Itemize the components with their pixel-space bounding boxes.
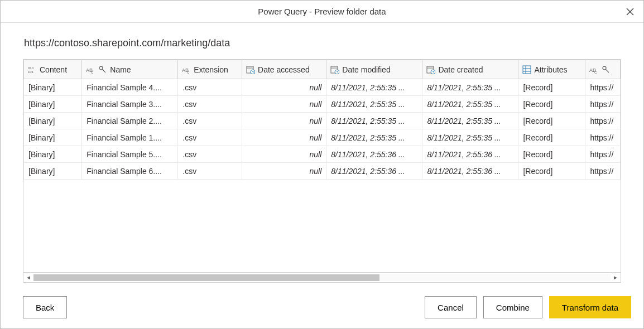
datetime-type-icon — [426, 65, 436, 75]
dialog-window: Power Query - Preview folder data https:… — [0, 0, 644, 329]
scrollbar-thumb[interactable] — [33, 274, 379, 281]
transform-data-button[interactable]: Transform data — [549, 296, 631, 318]
cell-date-accessed: null — [242, 163, 326, 180]
data-grid: 010101 Content ABC — [23, 59, 621, 283]
column-header-folder-path[interactable]: ABC — [585, 60, 621, 79]
svg-text:010: 010 — [28, 66, 34, 70]
column-header-attributes[interactable]: Attributes — [518, 60, 585, 79]
table-row[interactable]: [Binary]Financial Sample 3.....csvnull8/… — [24, 96, 621, 113]
cell-attributes[interactable]: [Record] — [518, 146, 585, 163]
cell-attributes[interactable]: [Record] — [518, 96, 585, 113]
svg-text:C: C — [594, 71, 597, 74]
key-icon — [98, 65, 108, 75]
cell-attributes[interactable]: [Record] — [518, 129, 585, 146]
text-type-icon: ABC — [85, 65, 95, 75]
cell-content[interactable]: [Binary] — [24, 113, 82, 129]
table-row[interactable]: [Binary]Financial Sample 4.....csvnull8/… — [24, 79, 621, 96]
cell-name: Financial Sample 2.... — [82, 113, 178, 129]
cell-date-created: 8/11/2021, 2:55:35 ... — [422, 96, 518, 113]
cell-content[interactable]: [Binary] — [24, 146, 82, 163]
cell-date-created: 8/11/2021, 2:55:35 ... — [422, 79, 518, 96]
svg-line-32 — [605, 69, 609, 72]
svg-text:101: 101 — [28, 70, 34, 74]
column-header-date-created[interactable]: Date created — [422, 60, 518, 79]
scrollbar-track[interactable] — [33, 274, 611, 281]
datetime-type-icon — [246, 65, 256, 75]
cell-date-created: 8/11/2021, 2:55:36 ... — [422, 146, 518, 163]
cell-extension: .csv — [178, 79, 242, 96]
cell-folder-path: https:// — [585, 129, 621, 146]
cell-date-modified: 8/11/2021, 2:55:35 ... — [326, 96, 422, 113]
binary-type-icon: 010101 — [27, 65, 37, 75]
cell-attributes[interactable]: [Record] — [518, 113, 585, 129]
cell-content[interactable]: [Binary] — [24, 129, 82, 146]
cell-folder-path: https:// — [585, 163, 621, 180]
folder-path: https://contoso.sharepoint.com/marketing… — [24, 37, 621, 49]
cell-extension: .csv — [178, 163, 242, 180]
column-header-label: Content — [40, 65, 67, 74]
table-row[interactable]: [Binary]Financial Sample 2.....csvnull8/… — [24, 113, 621, 129]
cell-date-created: 8/11/2021, 2:55:35 ... — [422, 113, 518, 129]
column-header-date-modified[interactable]: Date modified — [326, 60, 422, 79]
close-icon[interactable] — [623, 5, 637, 18]
header-row: 010101 Content ABC — [24, 60, 621, 79]
column-header-label: Date modified — [342, 65, 390, 74]
button-bar: Back Cancel Combine Transform data — [1, 288, 643, 328]
cell-date-modified: 8/11/2021, 2:55:35 ... — [326, 79, 422, 96]
text-type-icon: ABC — [589, 65, 599, 75]
cancel-button[interactable]: Cancel — [425, 296, 477, 318]
cell-date-created: 8/11/2021, 2:55:35 ... — [422, 129, 518, 146]
cell-date-accessed: null — [242, 79, 326, 96]
column-header-date-accessed[interactable]: Date accessed — [242, 60, 326, 79]
column-header-label: Attributes — [534, 65, 567, 74]
cell-date-created: 8/11/2021, 2:55:36 ... — [422, 163, 518, 180]
horizontal-scrollbar[interactable]: ◄ ► — [23, 272, 621, 282]
svg-text:C: C — [187, 71, 190, 74]
column-header-label: Name — [110, 65, 131, 74]
scroll-left-icon[interactable]: ◄ — [23, 273, 33, 283]
column-header-label: Date created — [438, 65, 483, 74]
cell-folder-path: https:// — [585, 96, 621, 113]
cell-extension: .csv — [178, 96, 242, 113]
svg-line-7 — [102, 69, 105, 72]
cell-name: Financial Sample 4.... — [82, 79, 178, 96]
back-button[interactable]: Back — [23, 296, 67, 318]
cell-name: Financial Sample 1.... — [82, 129, 178, 146]
titlebar: Power Query - Preview folder data — [1, 1, 643, 23]
combine-button[interactable]: Combine — [483, 296, 542, 318]
cell-name: Financial Sample 3.... — [82, 96, 178, 113]
cell-attributes[interactable]: [Record] — [518, 163, 585, 180]
cell-extension: .csv — [178, 129, 242, 146]
cell-content[interactable]: [Binary] — [24, 79, 82, 96]
column-header-label: Date accessed — [258, 65, 310, 74]
cell-date-modified: 8/11/2021, 2:55:35 ... — [326, 129, 422, 146]
text-type-icon: ABC — [181, 65, 191, 75]
cell-date-accessed: null — [242, 129, 326, 146]
cell-content[interactable]: [Binary] — [24, 163, 82, 180]
cell-name: Financial Sample 5.... — [82, 146, 178, 163]
cell-content[interactable]: [Binary] — [24, 96, 82, 113]
cell-folder-path: https:// — [585, 146, 621, 163]
table-row[interactable]: [Binary]Financial Sample 5.....csvnull8/… — [24, 146, 621, 163]
column-header-label: Extension — [194, 65, 228, 74]
window-title: Power Query - Preview folder data — [258, 7, 386, 16]
cell-attributes[interactable]: [Record] — [518, 79, 585, 96]
cell-name: Financial Sample 6.... — [82, 163, 178, 180]
cell-date-modified: 8/11/2021, 2:55:36 ... — [326, 146, 422, 163]
record-type-icon — [522, 65, 532, 75]
datetime-type-icon — [330, 65, 340, 75]
table-row[interactable]: [Binary]Financial Sample 1.....csvnull8/… — [24, 129, 621, 146]
column-header-content[interactable]: 010101 Content — [24, 60, 82, 79]
cell-folder-path: https:// — [585, 79, 621, 96]
cell-date-modified: 8/11/2021, 2:55:36 ... — [326, 163, 422, 180]
svg-text:C: C — [91, 71, 94, 74]
scroll-right-icon[interactable]: ► — [611, 273, 621, 283]
svg-rect-25 — [523, 66, 531, 74]
cell-extension: .csv — [178, 113, 242, 129]
content-area: https://contoso.sharepoint.com/marketing… — [1, 23, 643, 288]
column-header-name[interactable]: ABC Name — [82, 60, 178, 79]
column-header-extension[interactable]: ABC Extension — [178, 60, 242, 79]
table-row[interactable]: [Binary]Financial Sample 6.....csvnull8/… — [24, 163, 621, 180]
cell-date-accessed: null — [242, 146, 326, 163]
cell-date-accessed: null — [242, 96, 326, 113]
